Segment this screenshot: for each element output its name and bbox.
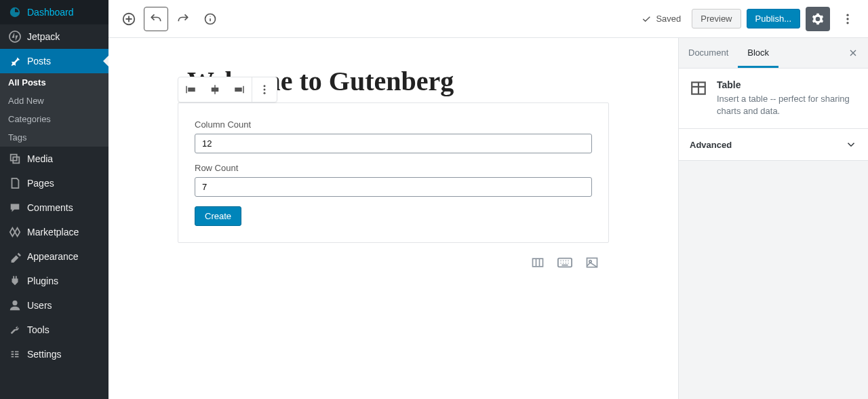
block-appender — [178, 255, 609, 270]
sidebar-item-comments[interactable]: Comments — [0, 195, 108, 220]
row-count-input[interactable] — [195, 177, 592, 197]
submenu-categories[interactable]: Categories — [0, 110, 108, 128]
sidebar-item-label: Marketplace — [27, 227, 79, 238]
block-toolbar — [178, 77, 277, 102]
svg-point-1 — [12, 301, 17, 305]
pages-icon — [8, 176, 22, 190]
sidebar-item-plugins[interactable]: Plugins — [0, 269, 108, 293]
plugins-icon — [8, 274, 22, 288]
advanced-panel-toggle[interactable]: Advanced — [679, 129, 868, 161]
svg-point-7 — [264, 85, 266, 87]
column-count-label: Column Count — [195, 119, 592, 130]
svg-point-4 — [846, 14, 848, 16]
image-icon[interactable] — [585, 255, 599, 270]
align-right-button[interactable] — [227, 77, 252, 102]
close-icon — [848, 48, 859, 58]
svg-point-0 — [9, 31, 20, 42]
row-count-label: Row Count — [195, 163, 592, 173]
sidebar-item-label: Comments — [27, 202, 73, 213]
sidebar-item-appearance[interactable]: Appearance — [0, 244, 108, 269]
tab-document[interactable]: Document — [679, 38, 738, 68]
table-block-placeholder: Column Count Row Count Create — [178, 102, 609, 243]
sidebar-item-label: Tools — [27, 324, 50, 335]
align-left-button[interactable] — [178, 77, 203, 102]
svg-point-6 — [846, 22, 848, 24]
advanced-label: Advanced — [690, 140, 732, 150]
users-icon — [8, 299, 22, 312]
media-icon — [8, 152, 22, 166]
columns-icon[interactable] — [530, 255, 545, 270]
svg-point-8 — [264, 89, 266, 91]
info-button[interactable] — [198, 7, 222, 31]
more-menu-button[interactable] — [835, 7, 860, 31]
svg-rect-10 — [533, 259, 543, 267]
column-count-input[interactable] — [195, 134, 592, 153]
sidebar-item-label: Jetpack — [27, 31, 60, 42]
appearance-icon — [8, 250, 22, 263]
undo-button[interactable] — [144, 7, 168, 31]
sidebar-item-label: Users — [27, 300, 52, 311]
sidebar-item-pages[interactable]: Pages — [0, 171, 108, 195]
sidebar-item-label: Dashboard — [27, 7, 74, 18]
sidebar-item-tools[interactable]: Tools — [0, 318, 108, 342]
publish-button[interactable]: Publish... — [747, 9, 800, 28]
settings-sidebar: Document Block Table Insert a table -- p… — [678, 38, 868, 399]
sidebar-item-jetpack[interactable]: Jetpack — [0, 24, 108, 49]
dashboard-icon — [8, 5, 22, 19]
keyboard-icon[interactable] — [557, 255, 572, 270]
submenu-all-posts[interactable]: All Posts — [0, 73, 108, 92]
sidebar-item-label: Media — [27, 153, 53, 164]
sidebar-item-label: Posts — [27, 56, 51, 66]
jetpack-icon — [8, 30, 22, 43]
align-center-button[interactable] — [203, 77, 227, 102]
comments-icon — [8, 201, 22, 214]
sidebar-item-label: Plugins — [27, 276, 58, 286]
tab-block[interactable]: Block — [738, 38, 778, 68]
block-card-title: Table — [717, 79, 857, 90]
sidebar-item-users[interactable]: Users — [0, 293, 108, 318]
editor-topbar: Saved Preview Publish... — [108, 0, 868, 38]
svg-point-5 — [846, 18, 848, 20]
sidebar-item-settings[interactable]: Settings — [0, 342, 108, 366]
sidebar-item-media[interactable]: Media — [0, 147, 108, 171]
sidebar-item-label: Appearance — [27, 251, 79, 262]
submenu-add-new[interactable]: Add New — [0, 92, 108, 110]
table-icon — [690, 79, 709, 98]
sidebar-item-marketplace[interactable]: Marketplace — [0, 220, 108, 244]
svg-point-9 — [264, 92, 266, 94]
sidebar-item-label: Pages — [27, 178, 54, 189]
block-more-button[interactable] — [252, 77, 277, 102]
admin-sidebar: Dashboard Jetpack Posts All Posts Add Ne… — [0, 0, 108, 399]
add-block-button[interactable] — [117, 7, 141, 31]
check-icon — [641, 14, 652, 24]
block-card: Table Insert a table -- perfect for shar… — [679, 69, 868, 129]
sidebar-item-posts[interactable]: Posts — [0, 49, 108, 73]
preview-button[interactable]: Preview — [692, 9, 741, 28]
redo-button[interactable] — [171, 7, 195, 31]
tools-icon — [8, 323, 22, 337]
close-settings-button[interactable] — [841, 41, 865, 65]
sidebar-item-dashboard[interactable]: Dashboard — [0, 0, 108, 24]
posts-submenu: All Posts Add New Categories Tags — [0, 73, 108, 147]
block-card-description: Insert a table -- perfect for sharing ch… — [717, 93, 857, 117]
settings-icon — [8, 347, 22, 361]
marketplace-icon — [8, 225, 22, 239]
chevron-down-icon — [845, 138, 857, 151]
submenu-tags[interactable]: Tags — [0, 128, 108, 147]
settings-toggle-button[interactable] — [806, 7, 830, 31]
sidebar-item-label: Settings — [27, 349, 62, 360]
create-table-button[interactable]: Create — [195, 206, 241, 226]
saved-status: Saved — [641, 14, 681, 24]
pin-icon — [8, 54, 22, 68]
editor-canvas[interactable]: Welcome to Gutenberg — [108, 38, 678, 399]
